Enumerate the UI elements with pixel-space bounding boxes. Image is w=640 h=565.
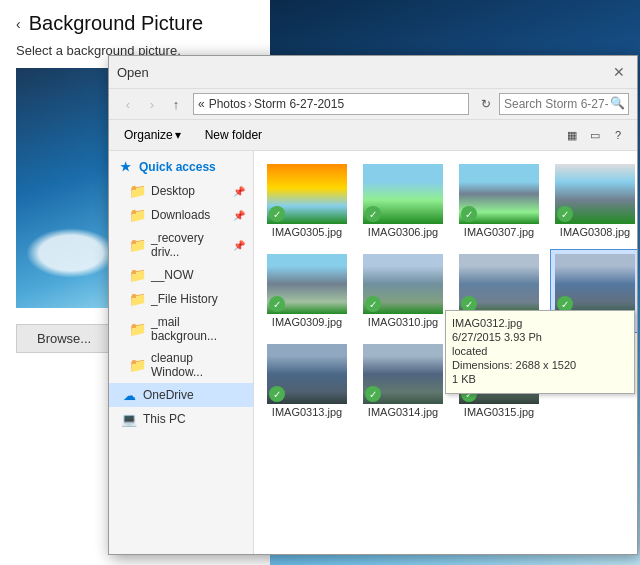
- file-name-0306: IMAG0306.jpg: [368, 226, 438, 238]
- onedrive-icon: ☁: [121, 387, 137, 403]
- desktop-label: Desktop: [151, 184, 195, 198]
- pin-icon-3: 📌: [233, 240, 245, 251]
- file-item-0313[interactable]: ✓ IMAG0313.jpg: [262, 339, 352, 423]
- back-arrow-icon[interactable]: ‹: [16, 16, 21, 32]
- search-wrapper: 🔍: [499, 93, 629, 115]
- desktop-folder-icon: 📁: [129, 183, 145, 199]
- nav-back-button[interactable]: ‹: [117, 93, 139, 115]
- browse-button[interactable]: Browse...: [16, 324, 112, 353]
- file-thumb-0310: ✓: [363, 254, 443, 314]
- quick-access-label: Quick access: [139, 160, 216, 174]
- file-check-0306: ✓: [365, 206, 381, 222]
- mail-label: _mail backgroun...: [151, 315, 245, 343]
- file-item-0305[interactable]: ✓ IMAG0305.jpg: [262, 159, 352, 243]
- sidebar-item-downloads[interactable]: 📁 Downloads 📌: [109, 203, 253, 227]
- file-item-0310[interactable]: ✓ IMAG0310.jpg: [358, 249, 448, 333]
- dialog-body: ★ Quick access 📁 Desktop 📌 📁 Downloads 📌…: [109, 151, 637, 554]
- sidebar-item-desktop[interactable]: 📁 Desktop 📌: [109, 179, 253, 203]
- address-crumb-photos[interactable]: Photos: [209, 97, 246, 111]
- organize-button[interactable]: Organize ▾: [117, 124, 188, 146]
- view-columns-button[interactable]: ▭: [584, 124, 606, 146]
- view-help-button[interactable]: ?: [607, 124, 629, 146]
- cleanup-folder-icon: 📁: [129, 357, 145, 373]
- file-info-tooltip: IMAG0312.jpg 6/27/2015 3.93 Ph located D…: [445, 310, 635, 394]
- file-name-0313: IMAG0313.jpg: [272, 406, 342, 418]
- quick-access-icon: ★: [117, 159, 133, 175]
- mail-folder-icon: 📁: [129, 321, 145, 337]
- pin-icon: 📌: [233, 186, 245, 197]
- downloads-label: Downloads: [151, 208, 210, 222]
- file-name-0308: IMAG0308.jpg: [560, 226, 630, 238]
- address-bar[interactable]: « Photos › Storm 6-27-2015: [193, 93, 469, 115]
- history-label: _File History: [151, 292, 218, 306]
- new-folder-button[interactable]: New folder: [196, 124, 271, 146]
- nav-up-button[interactable]: ↑: [165, 93, 187, 115]
- onedrive-label: OneDrive: [143, 388, 194, 402]
- file-name-0314: IMAG0314.jpg: [368, 406, 438, 418]
- file-grid: ✓ IMAG0305.jpg ✓ IMAG0306.jpg ✓ IMAG0307…: [262, 159, 629, 423]
- now-label: __NOW: [151, 268, 194, 282]
- dialog-titlebar: Open ✕: [109, 56, 637, 89]
- bg-panel-title: Background Picture: [29, 12, 204, 35]
- file-thumb-0312: ✓: [555, 254, 635, 314]
- file-item-0314[interactable]: ✓ IMAG0314.jpg: [358, 339, 448, 423]
- file-check-0308: ✓: [557, 206, 573, 222]
- bg-panel-header: ‹ Background Picture: [0, 0, 270, 43]
- nav-forward-button[interactable]: ›: [141, 93, 163, 115]
- file-thumb-0311: ✓: [459, 254, 539, 314]
- refresh-button[interactable]: ↻: [475, 93, 497, 115]
- file-name-0307: IMAG0307.jpg: [464, 226, 534, 238]
- file-item-0309[interactable]: ✓ IMAG0309.jpg: [262, 249, 352, 333]
- sidebar-item-recovery[interactable]: 📁 _recovery driv... 📌: [109, 227, 253, 263]
- file-open-dialog: Open ✕ ‹ › ↑ « Photos › Storm 6-27-2015 …: [108, 55, 638, 555]
- file-check-0313: ✓: [269, 386, 285, 402]
- now-folder-icon: 📁: [129, 267, 145, 283]
- file-check-0310: ✓: [365, 296, 381, 312]
- sidebar-item-quick-access[interactable]: ★ Quick access: [109, 155, 253, 179]
- file-name-0305: IMAG0305.jpg: [272, 226, 342, 238]
- sidebar-item-file-history[interactable]: 📁 _File History: [109, 287, 253, 311]
- file-item-0307[interactable]: ✓ IMAG0307.jpg: [454, 159, 544, 243]
- file-item-0306[interactable]: ✓ IMAG0306.jpg: [358, 159, 448, 243]
- file-name-0309: IMAG0309.jpg: [272, 316, 342, 328]
- sidebar-item-cleanup[interactable]: 📁 cleanup Window...: [109, 347, 253, 383]
- tooltip-name: IMAG0312.jpg: [452, 317, 628, 329]
- dialog-title: Open: [117, 65, 149, 80]
- cleanup-label: cleanup Window...: [151, 351, 245, 379]
- file-thumb-0307: ✓: [459, 164, 539, 224]
- organize-label: Organize: [124, 128, 173, 142]
- view-buttons: ▦ ▭ ?: [561, 124, 629, 146]
- file-item-0312[interactable]: ✓ IMAG0312.jpg IMAG0312.jpg 6/27/2015 3.…: [550, 249, 637, 333]
- file-item-0308[interactable]: ✓ IMAG0308.jpg: [550, 159, 637, 243]
- sidebar-item-onedrive[interactable]: ☁ OneDrive: [109, 383, 253, 407]
- downloads-folder-icon: 📁: [129, 207, 145, 223]
- address-crumb-root[interactable]: «: [198, 97, 205, 111]
- thispc-label: This PC: [143, 412, 186, 426]
- search-icon: 🔍: [610, 96, 625, 110]
- sidebar-item-mail-bg[interactable]: 📁 _mail backgroun...: [109, 311, 253, 347]
- address-crumb-storm[interactable]: Storm 6-27-2015: [254, 97, 344, 111]
- history-folder-icon: 📁: [129, 291, 145, 307]
- tooltip-size: 1 KB: [452, 373, 628, 385]
- clouds-decoration: [26, 228, 116, 278]
- tooltip-location: located: [452, 345, 628, 357]
- view-details-button[interactable]: ▦: [561, 124, 583, 146]
- sidebar-item-now[interactable]: 📁 __NOW: [109, 263, 253, 287]
- thispc-icon: 💻: [121, 411, 137, 427]
- dialog-close-button[interactable]: ✕: [609, 62, 629, 82]
- tooltip-dimensions: Dimensions: 2688 x 1520: [452, 359, 628, 371]
- file-check-0307: ✓: [461, 206, 477, 222]
- file-thumb-0313: ✓: [267, 344, 347, 404]
- address-sep-2: ›: [248, 97, 252, 111]
- tooltip-date: 6/27/2015 3.93 Ph: [452, 331, 628, 343]
- file-thumb-0306: ✓: [363, 164, 443, 224]
- dialog-files-area: ✓ IMAG0305.jpg ✓ IMAG0306.jpg ✓ IMAG0307…: [254, 151, 637, 554]
- new-folder-label: New folder: [205, 128, 262, 142]
- pin-icon-2: 📌: [233, 210, 245, 221]
- file-thumb-0309: ✓: [267, 254, 347, 314]
- dialog-sidebar: ★ Quick access 📁 Desktop 📌 📁 Downloads 📌…: [109, 151, 254, 554]
- organize-chevron-icon: ▾: [175, 128, 181, 142]
- file-check-0305: ✓: [269, 206, 285, 222]
- sidebar-item-thispc[interactable]: 💻 This PC: [109, 407, 253, 431]
- file-check-0309: ✓: [269, 296, 285, 312]
